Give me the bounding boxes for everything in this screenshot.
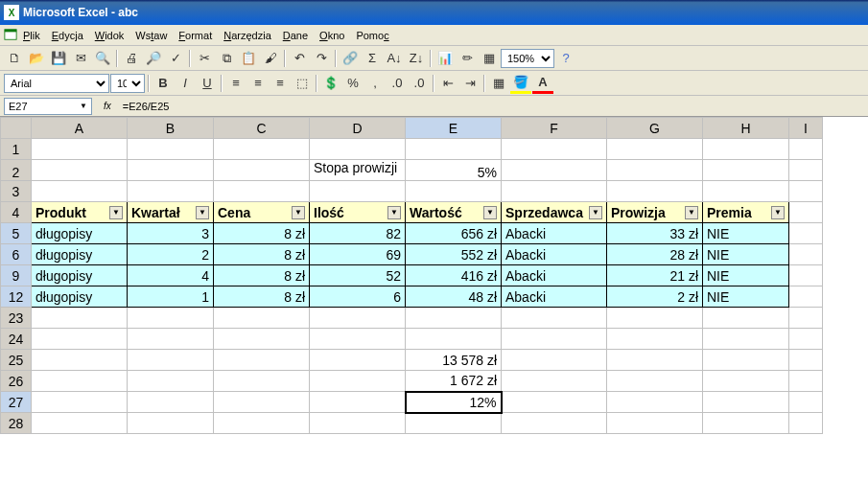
table-cell[interactable]: 8 zł — [214, 286, 310, 308]
row-header[interactable]: 28 — [1, 413, 32, 434]
table-cell[interactable]: 4 — [128, 265, 214, 286]
menu-widok[interactable]: Widok — [89, 28, 130, 43]
menu-edycja[interactable]: Edycja — [46, 28, 89, 43]
table-cell[interactable]: długopisy — [32, 223, 128, 244]
print-preview-icon[interactable]: 🔎 — [143, 48, 164, 69]
table-cell[interactable]: 1 — [128, 286, 214, 308]
table-cell[interactable]: Abacki — [502, 223, 607, 244]
filter-dropdown-icon[interactable]: ▼ — [483, 206, 497, 219]
row-header[interactable]: 5 — [1, 223, 32, 244]
redo-icon[interactable]: ↷ — [311, 48, 332, 69]
comma-icon[interactable]: , — [364, 73, 386, 94]
increase-decimal-icon[interactable]: .0 — [387, 73, 408, 94]
sort-asc-icon[interactable]: A↓ — [384, 48, 405, 69]
cell-d2[interactable]: Stopa prowizji — [310, 160, 406, 181]
worksheet-grid[interactable]: A B C D E F G H I 1 2 Stopa prowizji 5% … — [0, 117, 868, 504]
pivot-icon[interactable]: ▦ — [479, 48, 500, 69]
align-left-icon[interactable]: ≡ — [225, 73, 246, 94]
table-cell[interactable]: 8 zł — [214, 223, 310, 244]
table-cell[interactable]: 28 zł — [607, 244, 703, 265]
table-cell[interactable]: 8 zł — [214, 244, 310, 265]
font-color-icon[interactable]: A — [532, 73, 553, 94]
cut-icon[interactable]: ✂ — [194, 48, 215, 69]
open-icon[interactable]: 📂 — [26, 48, 47, 69]
row-header[interactable]: 27 — [1, 392, 32, 413]
paste-icon[interactable]: 📋 — [238, 48, 259, 69]
filter-dropdown-icon[interactable]: ▼ — [109, 206, 123, 219]
table-cell[interactable]: NIE — [703, 223, 789, 244]
col-header-e[interactable]: E — [406, 118, 502, 139]
table-cell[interactable]: Abacki — [502, 244, 607, 265]
row-header[interactable]: 1 — [1, 139, 32, 160]
col-header-d[interactable]: D — [310, 118, 406, 139]
menu-okno[interactable]: Okno — [314, 28, 350, 43]
table-cell[interactable]: 8 zł — [214, 265, 310, 286]
menu-plik[interactable]: Plik — [17, 28, 46, 43]
zoom-select[interactable]: 150% — [501, 49, 554, 68]
col-header-g[interactable]: G — [607, 118, 703, 139]
undo-icon[interactable]: ↶ — [289, 48, 310, 69]
menu-pomoc[interactable]: Pomoc — [350, 28, 394, 43]
chart-icon[interactable]: 📊 — [434, 48, 456, 69]
filter-dropdown-icon[interactable]: ▼ — [387, 206, 401, 219]
filter-dropdown-icon[interactable]: ▼ — [196, 206, 209, 219]
table-cell[interactable]: Abacki — [502, 286, 607, 308]
borders-icon[interactable]: ▦ — [488, 73, 509, 94]
copy-icon[interactable]: ⧉ — [216, 48, 237, 69]
table-cell[interactable]: 552 zł — [406, 244, 502, 265]
fx-icon[interactable]: fx — [104, 101, 111, 111]
table-cell[interactable]: NIE — [703, 265, 789, 286]
print-icon[interactable]: 🖨 — [121, 48, 142, 69]
row-header[interactable]: 23 — [1, 308, 32, 329]
col-header-a[interactable]: A — [32, 118, 128, 139]
col-header-h[interactable]: H — [703, 118, 789, 139]
merge-icon[interactable]: ⬚ — [292, 73, 313, 94]
mail-icon[interactable]: ✉ — [70, 48, 91, 69]
row-header[interactable]: 12 — [1, 286, 32, 308]
table-cell[interactable]: Abacki — [502, 265, 607, 286]
table-cell[interactable]: 656 zł — [406, 223, 502, 244]
row-header[interactable]: 9 — [1, 265, 32, 286]
align-right-icon[interactable]: ≡ — [270, 73, 291, 94]
cell-e25[interactable]: 13 578 zł — [406, 350, 502, 371]
percent-icon[interactable]: % — [342, 73, 364, 94]
menu-dane[interactable]: Dane — [277, 28, 314, 43]
table-header[interactable]: Wartość▼ — [406, 202, 502, 223]
table-cell[interactable]: 69 — [310, 244, 406, 265]
table-header[interactable]: Premia▼ — [703, 202, 789, 223]
filter-dropdown-icon[interactable]: ▼ — [685, 206, 698, 219]
filter-dropdown-icon[interactable]: ▼ — [589, 206, 602, 219]
hyperlink-icon[interactable]: 🔗 — [340, 48, 361, 69]
table-cell[interactable]: NIE — [703, 286, 789, 308]
table-cell[interactable]: NIE — [703, 244, 789, 265]
italic-icon[interactable]: I — [175, 73, 196, 94]
col-header-b[interactable]: B — [128, 118, 214, 139]
col-header-f[interactable]: F — [502, 118, 607, 139]
table-header[interactable]: Kwartał▼ — [128, 202, 214, 223]
decrease-decimal-icon[interactable]: .0 — [409, 73, 430, 94]
table-header[interactable]: Sprzedawca▼ — [502, 202, 607, 223]
table-cell[interactable]: 48 zł — [406, 286, 502, 308]
bold-icon[interactable]: B — [152, 73, 174, 94]
filter-dropdown-icon[interactable]: ▼ — [292, 206, 305, 219]
table-cell[interactable]: długopisy — [32, 244, 128, 265]
row-header[interactable]: 24 — [1, 329, 32, 350]
table-cell[interactable]: długopisy — [32, 265, 128, 286]
cell-e2[interactable]: 5% — [406, 160, 502, 181]
select-all-corner[interactable] — [1, 118, 32, 139]
format-painter-icon[interactable]: 🖌 — [260, 48, 281, 69]
cell-e26[interactable]: 1 672 zł — [406, 371, 502, 392]
drawing-icon[interactable]: ✏ — [457, 48, 478, 69]
search-icon[interactable]: 🔍 — [92, 48, 113, 69]
name-box[interactable]: E27▼ — [4, 98, 92, 115]
table-header[interactable]: Cena▼ — [214, 202, 310, 223]
increase-indent-icon[interactable]: ⇥ — [459, 73, 481, 94]
row-header[interactable]: 6 — [1, 244, 32, 265]
row-header[interactable]: 25 — [1, 350, 32, 371]
table-header[interactable]: Produkt▼ — [32, 202, 128, 223]
spellcheck-icon[interactable]: ✓ — [165, 48, 186, 69]
table-header[interactable]: Prowizja▼ — [607, 202, 703, 223]
filter-dropdown-icon[interactable]: ▼ — [771, 206, 785, 219]
underline-icon[interactable]: U — [197, 73, 218, 94]
col-header-c[interactable]: C — [214, 118, 310, 139]
